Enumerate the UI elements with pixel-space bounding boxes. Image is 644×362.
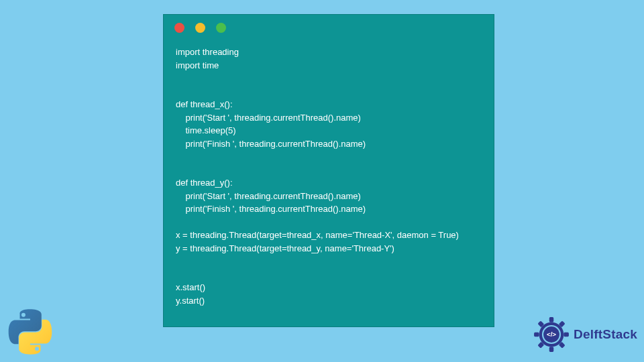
minimize-icon bbox=[195, 23, 205, 33]
code-body: import threading import time def thread_… bbox=[164, 40, 494, 315]
delftstack-seal-icon: </> bbox=[533, 316, 570, 353]
window-titlebar bbox=[164, 15, 494, 40]
svg-rect-2 bbox=[534, 333, 539, 337]
svg-rect-3 bbox=[564, 333, 569, 337]
brand-delftstack: </> DelftStack bbox=[533, 316, 637, 353]
maximize-icon bbox=[216, 23, 226, 33]
svg-text:</>: </> bbox=[547, 330, 556, 338]
svg-rect-0 bbox=[549, 317, 553, 322]
code-window: import threading import time def thread_… bbox=[163, 14, 494, 327]
close-icon bbox=[174, 23, 184, 33]
python-logo-icon bbox=[5, 307, 55, 357]
svg-rect-1 bbox=[549, 347, 553, 352]
brand-name: DelftStack bbox=[574, 327, 637, 342]
